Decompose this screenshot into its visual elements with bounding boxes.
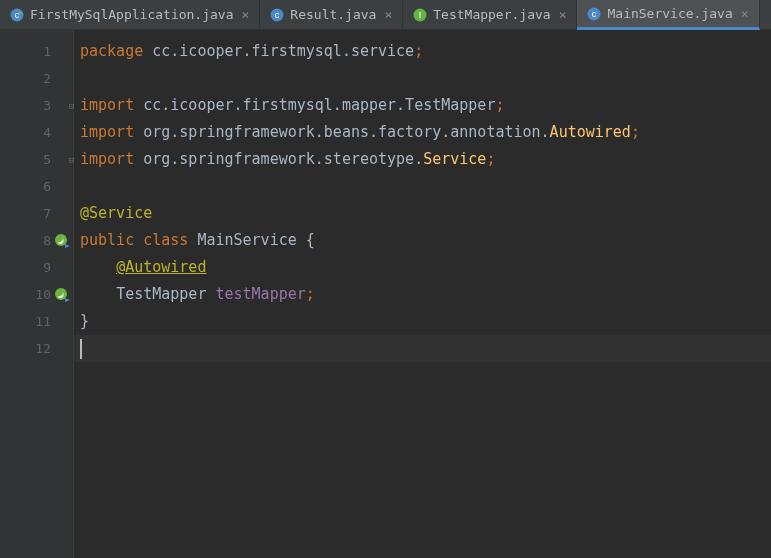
line-number: 1: [33, 44, 51, 59]
token-field: testMapper: [215, 285, 305, 303]
java-interface-icon: I: [413, 8, 427, 22]
token-indent: [80, 258, 116, 276]
line-number: 10: [33, 287, 51, 302]
gutter-line[interactable]: 8: [0, 227, 73, 254]
token-annotation: @Service: [80, 204, 152, 222]
gutter-line[interactable]: 1: [0, 38, 73, 65]
token-indent: [80, 285, 116, 303]
gutter-line[interactable]: 5 ⊟: [0, 146, 73, 173]
tab-result[interactable]: c Result.java ×: [260, 0, 403, 29]
token-class-name: MainService: [197, 231, 296, 249]
svg-marker-12: [65, 298, 70, 302]
gutter: 1 2 3 ⊟ 4 5 ⊟ 6 7 8 9 10: [0, 30, 74, 558]
token-keyword: class: [143, 231, 188, 249]
gutter-line[interactable]: 9: [0, 254, 73, 281]
token-semi: ;: [306, 285, 315, 303]
token-semi: ;: [414, 42, 423, 60]
java-class-icon: c: [587, 7, 601, 21]
java-class-run-icon: c: [10, 8, 24, 22]
token-class-highlight: Service: [423, 150, 486, 168]
line-number: 9: [33, 260, 51, 275]
token-keyword: public: [80, 231, 134, 249]
code-line-current[interactable]: [74, 335, 771, 362]
tab-label: FirstMySqlApplication.java: [30, 7, 234, 22]
code-line[interactable]: import org.springframework.stereotype.Se…: [74, 146, 771, 173]
svg-text:c: c: [592, 9, 597, 19]
tab-first-mysql-application[interactable]: c FirstMySqlApplication.java ×: [0, 0, 260, 29]
line-number: 7: [33, 206, 51, 221]
svg-text:c: c: [275, 10, 280, 20]
code-line[interactable]: }: [74, 308, 771, 335]
token-import-path: cc.icooper.firstmysql.mapper.TestMapper: [134, 96, 495, 114]
code-line[interactable]: [74, 173, 771, 200]
line-number: 5: [33, 152, 51, 167]
line-number: 2: [33, 71, 51, 86]
code-line[interactable]: package cc.icooper.firstmysql.service;: [74, 38, 771, 65]
line-number: 3: [33, 98, 51, 113]
line-number: 4: [33, 125, 51, 140]
code-line[interactable]: [74, 65, 771, 92]
code-line[interactable]: import org.springframework.beans.factory…: [74, 119, 771, 146]
line-number: 6: [33, 179, 51, 194]
token-class-highlight: Autowired: [550, 123, 631, 141]
close-icon[interactable]: ×: [240, 7, 252, 22]
token-keyword: import: [80, 96, 134, 114]
token-keyword: import: [80, 123, 134, 141]
gutter-line[interactable]: 2: [0, 65, 73, 92]
gutter-line[interactable]: 11: [0, 308, 73, 335]
close-icon[interactable]: ×: [557, 7, 569, 22]
token-import-path: org.springframework.beans.factory.annota…: [134, 123, 549, 141]
java-class-icon: c: [270, 8, 284, 22]
gutter-line[interactable]: 3 ⊟: [0, 92, 73, 119]
code-line[interactable]: import cc.icooper.firstmysql.mapper.Test…: [74, 92, 771, 119]
token-import-path: org.springframework.stereotype.: [134, 150, 423, 168]
svg-text:I: I: [419, 10, 422, 20]
gutter-line[interactable]: 6: [0, 173, 73, 200]
token-type: TestMapper: [116, 285, 206, 303]
caret: [80, 339, 82, 359]
close-icon[interactable]: ×: [739, 6, 751, 21]
code-line[interactable]: @Service: [74, 200, 771, 227]
tab-label: MainService.java: [607, 6, 732, 21]
code-line[interactable]: @Autowired: [74, 254, 771, 281]
line-number: 8: [33, 233, 51, 248]
token-semi: ;: [486, 150, 495, 168]
token-package: cc.icooper.firstmysql.service: [143, 42, 414, 60]
line-number: 12: [33, 341, 51, 356]
spring-navigate-icon[interactable]: [54, 287, 70, 303]
close-icon[interactable]: ×: [382, 7, 394, 22]
line-number: 11: [33, 314, 51, 329]
tab-label: TestMapper.java: [433, 7, 550, 22]
token-semi: ;: [631, 123, 640, 141]
token-brace: {: [306, 231, 315, 249]
spring-bean-icon[interactable]: [54, 233, 70, 249]
code-editor: 1 2 3 ⊟ 4 5 ⊟ 6 7 8 9 10: [0, 30, 771, 558]
gutter-line[interactable]: 7: [0, 200, 73, 227]
token-keyword: package: [80, 42, 143, 60]
editor-tabbar: c FirstMySqlApplication.java × c Result.…: [0, 0, 771, 30]
gutter-line[interactable]: 12: [0, 335, 73, 362]
svg-marker-10: [65, 244, 70, 248]
code-line[interactable]: public class MainService {: [74, 227, 771, 254]
code-line[interactable]: TestMapper testMapper;: [74, 281, 771, 308]
token-keyword: import: [80, 150, 134, 168]
gutter-line[interactable]: 10: [0, 281, 73, 308]
code-area[interactable]: package cc.icooper.firstmysql.service; i…: [74, 30, 771, 558]
tab-label: Result.java: [290, 7, 376, 22]
tab-main-service[interactable]: c MainService.java ×: [577, 0, 759, 30]
token-annotation-warning: @Autowired: [116, 258, 206, 276]
tab-test-mapper[interactable]: I TestMapper.java ×: [403, 0, 577, 29]
token-semi: ;: [495, 96, 504, 114]
gutter-line[interactable]: 4: [0, 119, 73, 146]
token-brace: }: [80, 312, 89, 330]
